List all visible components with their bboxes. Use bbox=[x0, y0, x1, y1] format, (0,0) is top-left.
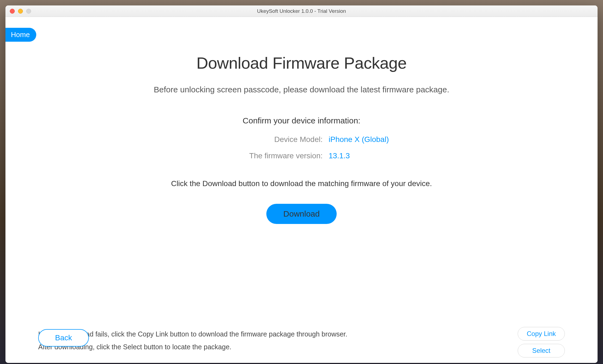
main-area: Download Firmware Package Before unlocki… bbox=[5, 17, 598, 363]
device-info: Device Model: iPhone X (Global) The firm… bbox=[214, 135, 389, 160]
device-model-row: Device Model: iPhone X (Global) bbox=[214, 135, 389, 144]
content-area: Home Download Firmware Package Before un… bbox=[5, 17, 598, 363]
firmware-version-value[interactable]: 13.1.3 bbox=[328, 151, 350, 160]
app-window: UkeySoft Unlocker 1.0.0 - Trial Version … bbox=[5, 5, 598, 363]
minimize-icon[interactable] bbox=[18, 9, 23, 14]
device-model-value[interactable]: iPhone X (Global) bbox=[328, 135, 389, 144]
window-title: UkeySoft Unlocker 1.0.0 - Trial Version bbox=[5, 8, 598, 14]
copy-link-button[interactable]: Copy Link bbox=[518, 327, 565, 341]
traffic-lights bbox=[10, 9, 31, 14]
device-model-label: Device Model: bbox=[214, 135, 328, 144]
close-icon[interactable] bbox=[10, 9, 15, 14]
download-button[interactable]: Download bbox=[266, 204, 336, 224]
firmware-version-row: The firmware version: 13.1.3 bbox=[214, 151, 389, 160]
home-button[interactable]: Home bbox=[5, 28, 36, 42]
confirm-heading: Confirm your device information: bbox=[243, 116, 360, 125]
download-instruction: Click the Download button to download th… bbox=[171, 179, 432, 188]
back-button[interactable]: Back bbox=[38, 329, 89, 347]
firmware-version-label: The firmware version: bbox=[214, 151, 328, 160]
page-subtitle: Before unlocking screen passcode, please… bbox=[154, 85, 449, 94]
titlebar: UkeySoft Unlocker 1.0.0 - Trial Version bbox=[5, 5, 598, 17]
select-button[interactable]: Select bbox=[518, 344, 565, 357]
maximize-icon bbox=[26, 9, 31, 14]
footer-right-buttons: Copy Link Select bbox=[518, 327, 565, 357]
page-title: Download Firmware Package bbox=[196, 54, 406, 72]
